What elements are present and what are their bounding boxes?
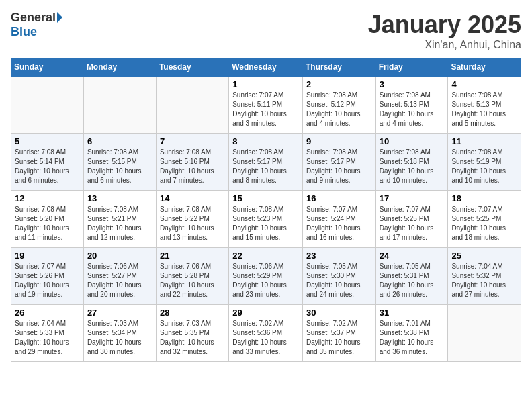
calendar-cell: 14Sunrise: 7:08 AMSunset: 5:22 PMDayligh…	[156, 191, 228, 248]
calendar-cell: 4Sunrise: 7:08 AMSunset: 5:13 PMDaylight…	[448, 77, 521, 134]
logo-triangle-icon	[57, 12, 62, 23]
day-detail: Sunrise: 7:07 AMSunset: 5:26 PMDaylight:…	[15, 262, 80, 300]
day-number: 26	[15, 308, 80, 318]
calendar-cell: 10Sunrise: 7:08 AMSunset: 5:18 PMDayligh…	[375, 134, 448, 191]
calendar-week-row: 5Sunrise: 7:08 AMSunset: 5:14 PMDaylight…	[11, 134, 521, 191]
calendar-week-row: 19Sunrise: 7:07 AMSunset: 5:26 PMDayligh…	[11, 248, 521, 305]
calendar-cell: 25Sunrise: 7:04 AMSunset: 5:32 PMDayligh…	[448, 248, 521, 305]
logo-blue-text: Blue	[11, 25, 37, 39]
day-detail: Sunrise: 7:06 AMSunset: 5:29 PMDaylight:…	[232, 262, 299, 300]
day-detail: Sunrise: 7:08 AMSunset: 5:13 PMDaylight:…	[451, 91, 517, 128]
day-detail: Sunrise: 7:03 AMSunset: 5:35 PMDaylight:…	[160, 319, 225, 357]
day-number: 29	[232, 308, 299, 318]
day-detail: Sunrise: 7:05 AMSunset: 5:30 PMDaylight:…	[306, 262, 372, 300]
day-detail: Sunrise: 7:08 AMSunset: 5:13 PMDaylight:…	[380, 91, 445, 128]
day-detail: Sunrise: 7:05 AMSunset: 5:31 PMDaylight:…	[380, 262, 445, 300]
calendar-cell	[448, 305, 521, 362]
calendar-cell: 21Sunrise: 7:06 AMSunset: 5:28 PMDayligh…	[156, 248, 228, 305]
day-number: 3	[380, 79, 445, 89]
day-header: Sunday	[11, 58, 84, 77]
day-detail: Sunrise: 7:01 AMSunset: 5:38 PMDaylight:…	[380, 319, 445, 357]
day-number: 31	[380, 308, 445, 318]
day-detail: Sunrise: 7:08 AMSunset: 5:15 PMDaylight:…	[87, 148, 152, 185]
day-detail: Sunrise: 7:08 AMSunset: 5:12 PMDaylight:…	[306, 91, 372, 128]
logo-general-text: General	[11, 11, 56, 25]
day-detail: Sunrise: 7:08 AMSunset: 5:20 PMDaylight:…	[15, 205, 80, 242]
day-number: 14	[160, 193, 225, 203]
day-number: 9	[306, 136, 372, 146]
day-detail: Sunrise: 7:08 AMSunset: 5:16 PMDaylight:…	[160, 148, 225, 185]
calendar-cell	[83, 77, 156, 134]
day-detail: Sunrise: 7:02 AMSunset: 5:37 PMDaylight:…	[306, 319, 372, 357]
calendar-cell: 24Sunrise: 7:05 AMSunset: 5:31 PMDayligh…	[375, 248, 448, 305]
day-number: 18	[451, 193, 517, 203]
day-detail: Sunrise: 7:08 AMSunset: 5:19 PMDaylight:…	[451, 148, 517, 185]
day-detail: Sunrise: 7:06 AMSunset: 5:27 PMDaylight:…	[87, 262, 152, 300]
day-header: Thursday	[302, 58, 375, 77]
day-detail: Sunrise: 7:04 AMSunset: 5:33 PMDaylight:…	[15, 319, 80, 357]
calendar-cell	[156, 77, 228, 134]
day-number: 16	[306, 193, 372, 203]
day-header: Monday	[83, 58, 156, 77]
day-number: 20	[87, 250, 152, 261]
day-detail: Sunrise: 7:08 AMSunset: 5:14 PMDaylight:…	[15, 148, 80, 185]
calendar-header-row: SundayMondayTuesdayWednesdayThursdayFrid…	[11, 58, 521, 77]
calendar-cell: 3Sunrise: 7:08 AMSunset: 5:13 PMDaylight…	[375, 77, 448, 134]
day-number: 1	[232, 79, 299, 89]
calendar-cell: 26Sunrise: 7:04 AMSunset: 5:33 PMDayligh…	[11, 305, 84, 362]
day-number: 24	[380, 250, 445, 261]
calendar-cell: 18Sunrise: 7:07 AMSunset: 5:25 PMDayligh…	[448, 191, 521, 248]
day-number: 25	[451, 250, 517, 261]
calendar-subtitle: Xin'an, Anhui, China	[368, 39, 521, 51]
day-number: 4	[451, 79, 517, 89]
calendar-cell: 20Sunrise: 7:06 AMSunset: 5:27 PMDayligh…	[83, 248, 156, 305]
day-number: 22	[232, 250, 299, 261]
day-header: Wednesday	[229, 58, 303, 77]
day-number: 13	[87, 193, 152, 203]
day-detail: Sunrise: 7:08 AMSunset: 5:23 PMDaylight:…	[232, 205, 299, 242]
day-header: Friday	[375, 58, 448, 77]
calendar-cell: 19Sunrise: 7:07 AMSunset: 5:26 PMDayligh…	[11, 248, 84, 305]
day-number: 5	[15, 136, 80, 146]
calendar-cell: 12Sunrise: 7:08 AMSunset: 5:20 PMDayligh…	[11, 191, 84, 248]
day-number: 7	[160, 136, 225, 146]
day-number: 21	[160, 250, 225, 261]
page-header: General Blue January 2025 Xin'an, Anhui,…	[11, 11, 521, 51]
day-number: 30	[306, 308, 372, 318]
calendar-cell: 13Sunrise: 7:08 AMSunset: 5:21 PMDayligh…	[83, 191, 156, 248]
calendar-cell: 31Sunrise: 7:01 AMSunset: 5:38 PMDayligh…	[375, 305, 448, 362]
day-detail: Sunrise: 7:08 AMSunset: 5:18 PMDaylight:…	[380, 148, 445, 185]
day-detail: Sunrise: 7:07 AMSunset: 5:11 PMDaylight:…	[232, 91, 299, 128]
calendar-cell: 23Sunrise: 7:05 AMSunset: 5:30 PMDayligh…	[302, 248, 375, 305]
day-detail: Sunrise: 7:08 AMSunset: 5:21 PMDaylight:…	[87, 205, 152, 242]
day-number: 6	[87, 136, 152, 146]
calendar-cell: 16Sunrise: 7:07 AMSunset: 5:24 PMDayligh…	[302, 191, 375, 248]
day-detail: Sunrise: 7:02 AMSunset: 5:36 PMDaylight:…	[232, 319, 299, 357]
calendar-cell: 6Sunrise: 7:08 AMSunset: 5:15 PMDaylight…	[83, 134, 156, 191]
calendar-week-row: 1Sunrise: 7:07 AMSunset: 5:11 PMDaylight…	[11, 77, 521, 134]
calendar-cell: 8Sunrise: 7:08 AMSunset: 5:17 PMDaylight…	[229, 134, 303, 191]
calendar-cell: 29Sunrise: 7:02 AMSunset: 5:36 PMDayligh…	[229, 305, 303, 362]
day-number: 19	[15, 250, 80, 261]
day-detail: Sunrise: 7:08 AMSunset: 5:17 PMDaylight:…	[232, 148, 299, 185]
day-detail: Sunrise: 7:08 AMSunset: 5:22 PMDaylight:…	[160, 205, 225, 242]
day-number: 8	[232, 136, 299, 146]
day-number: 28	[160, 308, 225, 318]
day-number: 12	[15, 193, 80, 203]
day-detail: Sunrise: 7:07 AMSunset: 5:25 PMDaylight:…	[380, 205, 445, 242]
day-header: Tuesday	[156, 58, 228, 77]
day-number: 15	[232, 193, 299, 203]
calendar-cell: 30Sunrise: 7:02 AMSunset: 5:37 PMDayligh…	[302, 305, 375, 362]
calendar-table: SundayMondayTuesdayWednesdayThursdayFrid…	[11, 58, 521, 362]
calendar-cell: 17Sunrise: 7:07 AMSunset: 5:25 PMDayligh…	[375, 191, 448, 248]
day-number: 27	[87, 308, 152, 318]
day-number: 11	[451, 136, 517, 146]
calendar-body: 1Sunrise: 7:07 AMSunset: 5:11 PMDaylight…	[11, 77, 521, 362]
calendar-cell: 7Sunrise: 7:08 AMSunset: 5:16 PMDaylight…	[156, 134, 228, 191]
day-number: 23	[306, 250, 372, 261]
day-detail: Sunrise: 7:08 AMSunset: 5:17 PMDaylight:…	[306, 148, 372, 185]
calendar-cell: 11Sunrise: 7:08 AMSunset: 5:19 PMDayligh…	[448, 134, 521, 191]
day-number: 10	[380, 136, 445, 146]
day-header: Saturday	[448, 58, 521, 77]
day-detail: Sunrise: 7:06 AMSunset: 5:28 PMDaylight:…	[160, 262, 225, 300]
